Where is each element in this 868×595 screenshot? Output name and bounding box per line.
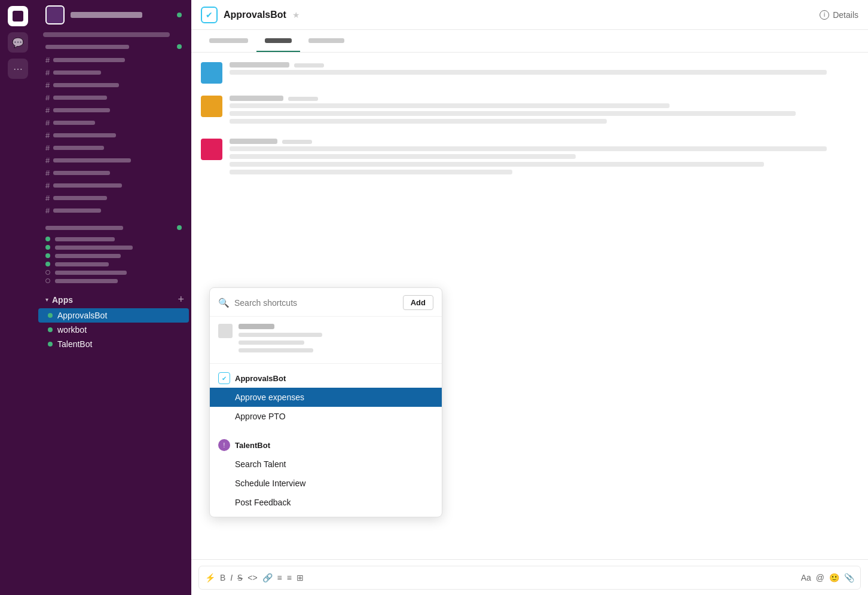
code-icon[interactable]: <> [247,573,257,582]
dm-icon[interactable]: 💬 [8,32,28,53]
sidebar-item-talentbot[interactable]: TalentBot [38,337,189,351]
shortcut-search-input[interactable] [234,298,398,308]
shortcut-search-talent[interactable]: Search Talent [210,455,442,474]
dm-item[interactable] [36,252,191,260]
message-toolbar: ⚡ B I S̶ <> 🔗 ≡ ≡ ⊞ Aa @ 🙂 📎 [191,559,868,595]
list-icon[interactable]: ≡ [277,573,282,582]
approvals-bot-name: ApprovalsBot [235,374,286,383]
dms-list [36,232,191,287]
workspace-name [71,12,142,18]
more-icon[interactable]: ⋯ [8,59,28,79]
channel-item[interactable]: # [36,116,191,129]
shortcut-popup: 🔍 Add ✔ [209,287,442,517]
message-block [201,96,858,127]
channel-item[interactable]: # [36,66,191,79]
channel-item[interactable]: # [36,129,191,142]
app-name-label: TalentBot [57,339,92,349]
status-indicator [177,13,182,17]
main-header: ✔ ApprovalsBot ★ i Details [191,0,868,30]
apps-collapse-icon: ▾ [45,296,48,303]
talentbot-header: ! TalentBot [210,435,442,455]
tab-shortcuts-label [308,38,344,43]
channels-list: # # # # # # # # # # # # # [36,51,191,219]
dm-item[interactable] [36,277,191,285]
channel-item[interactable]: # [36,204,191,217]
tab-messages-label [209,38,248,43]
app-name-label: workbot [57,325,87,335]
format-icon[interactable]: Aa [801,573,811,582]
channel-item[interactable]: # [36,54,191,66]
tab-shortcuts[interactable] [300,30,353,52]
link-icon[interactable]: 🔗 [262,573,273,582]
talentbot-name: TalentBot [235,441,270,450]
dm-item[interactable] [36,260,191,268]
dms-section-header [36,223,191,232]
channel-item[interactable]: # [36,142,191,154]
app-status-dot [48,342,53,346]
workspace-icon [45,5,65,24]
channel-item[interactable]: # [36,154,191,167]
shortcut-approve-expenses[interactable]: Approve expenses [210,388,442,407]
channel-item[interactable]: # [36,167,191,179]
channel-item[interactable]: # [36,79,191,91]
sidebar-item-workbot[interactable]: workbot [38,323,189,337]
sidebar-item-approvalsbot[interactable]: ApprovalsBot [38,308,189,323]
channels-section-header [36,42,191,51]
channel-item[interactable]: # [36,91,191,104]
preview-icon [218,324,233,338]
channels-badge [177,44,182,49]
apps-add-button[interactable]: + [178,293,184,306]
sidebar-header [36,0,191,30]
icon-rail: 💬 ⋯ [0,0,36,595]
search-bar [43,32,170,37]
add-shortcut-button[interactable]: Add [403,295,433,310]
mention-icon[interactable]: @ [816,573,824,582]
app-status-dot [48,327,53,332]
tab-about-label [265,38,292,43]
details-button[interactable]: i Details [820,10,858,20]
approvals-bot-icon: ✔ [218,372,230,384]
bold-icon[interactable]: B [220,573,225,582]
ordered-list-icon[interactable]: ≡ [287,573,292,582]
apps-section-header[interactable]: ▾ Apps + [36,291,191,308]
channel-item[interactable]: # [36,192,191,204]
channel-item[interactable]: # [36,104,191,116]
approvals-bot-header: ✔ ApprovalsBot [210,369,442,388]
dms-header-bar [45,226,123,230]
home-icon[interactable] [8,6,28,26]
strikethrough-icon[interactable]: S̶ [237,573,243,582]
sidebar: # # # # # # # # # # # # # ▾ Apps + A [36,0,191,595]
message-input-area[interactable]: ⚡ B I S̶ <> 🔗 ≡ ≡ ⊞ Aa @ 🙂 📎 [198,566,861,590]
apps-section: ▾ Apps + ApprovalsBot workbot TalentBot [36,287,191,355]
italic-icon[interactable]: I [230,573,233,582]
avatar [201,139,222,160]
channel-item[interactable]: # [36,179,191,192]
block-icon[interactable]: ⊞ [297,573,304,582]
dm-item[interactable] [36,243,191,252]
app-name-label: ApprovalsBot [57,311,107,320]
shortcut-approve-pto[interactable]: Approve PTO [210,407,442,426]
sidebar-search[interactable] [36,30,191,42]
shortcut-post-feedback[interactable]: Post Feedback [210,493,442,512]
main-content: ✔ ApprovalsBot ★ i Details [191,0,868,595]
app-status-dot [48,313,53,318]
message-block [201,139,858,177]
bot-icon: ✔ [201,7,218,23]
tab-messages[interactable] [201,30,256,52]
tab-about[interactable] [256,30,300,52]
tabs-bar [191,30,868,53]
popup-preview [210,317,442,364]
star-icon[interactable]: ★ [292,10,300,20]
avatar [201,96,222,117]
dms-badge [177,225,182,230]
dm-item[interactable] [36,268,191,277]
message-content [230,139,858,177]
dm-item[interactable] [36,235,191,243]
shortcut-schedule-interview[interactable]: Schedule Interview [210,474,442,493]
emoji-icon[interactable]: 🙂 [829,573,839,582]
messages-area: 🔍 Add ✔ [191,53,868,559]
lightning-icon[interactable]: ⚡ [205,573,215,582]
channels-header-bar [45,45,129,49]
attachment-icon[interactable]: 📎 [844,573,854,582]
approvals-bot-section: ✔ ApprovalsBot Approve expenses Approve … [210,364,442,431]
